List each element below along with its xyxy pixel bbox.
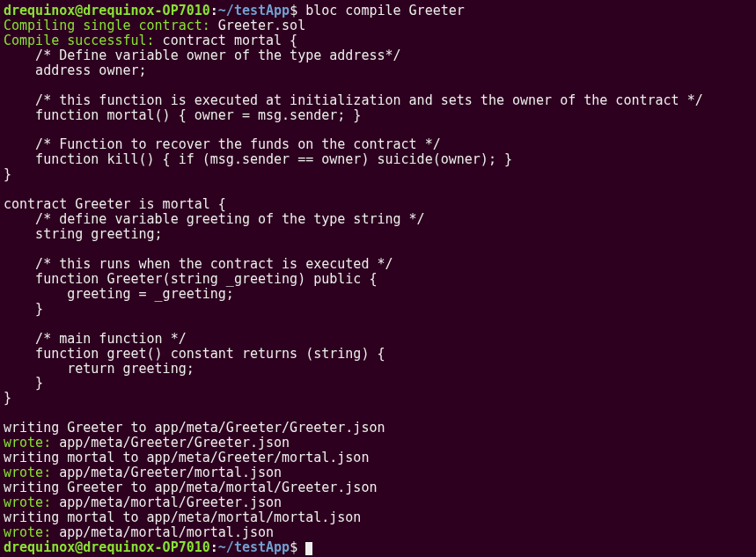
wrote-label-4: wrote: bbox=[4, 524, 51, 540]
wrote-path-2: app/meta/Greeter/mortal.json bbox=[51, 465, 282, 480]
cursor bbox=[305, 542, 312, 555]
contract-source: contract mortal { /* Define variable own… bbox=[4, 33, 703, 407]
wrote-path-1: app/meta/Greeter/Greeter.json bbox=[51, 435, 290, 451]
wrote-path-4: app/meta/mortal/mortal.json bbox=[51, 524, 274, 540]
terminal-output[interactable]: drequinox@drequinox-OP7010:~/testApp$ bl… bbox=[4, 4, 752, 555]
writing-line-3: writing Greeter to app/meta/mortal/Greet… bbox=[4, 480, 377, 495]
prompt-path-2: ~/testApp bbox=[218, 539, 290, 555]
prompt-at-2: @ bbox=[75, 539, 83, 555]
command-text: bloc compile Greeter bbox=[297, 3, 465, 18]
prompt-colon: : bbox=[210, 3, 218, 18]
writing-line-4: writing mortal to app/meta/mortal/mortal… bbox=[4, 509, 361, 525]
prompt-dollar-2: $ bbox=[290, 539, 297, 555]
command-input[interactable] bbox=[297, 539, 305, 555]
writing-line-1: writing Greeter to app/meta/Greeter/Gree… bbox=[4, 420, 385, 436]
wrote-label-3: wrote: bbox=[4, 495, 51, 510]
wrote-label-1: wrote: bbox=[4, 435, 51, 451]
prompt-at: @ bbox=[75, 3, 83, 18]
prompt-path: ~/testApp bbox=[218, 3, 290, 18]
writing-line-2: writing mortal to app/meta/Greeter/morta… bbox=[4, 450, 369, 465]
compile-success-label: Compile successful: bbox=[4, 33, 155, 48]
wrote-label-2: wrote: bbox=[4, 465, 51, 480]
prompt-user: drequinox bbox=[4, 3, 75, 18]
prompt-user-2: drequinox bbox=[4, 539, 75, 555]
prompt-colon-2: : bbox=[210, 539, 218, 555]
compiling-file: Greeter.sol bbox=[210, 18, 305, 33]
compiling-label: Compiling single contract: bbox=[4, 18, 210, 33]
prompt-host-2: drequinox-OP7010 bbox=[83, 539, 210, 555]
wrote-path-3: app/meta/mortal/Greeter.json bbox=[51, 495, 282, 510]
prompt-dollar: $ bbox=[290, 3, 297, 18]
prompt-host: drequinox-OP7010 bbox=[83, 3, 210, 18]
